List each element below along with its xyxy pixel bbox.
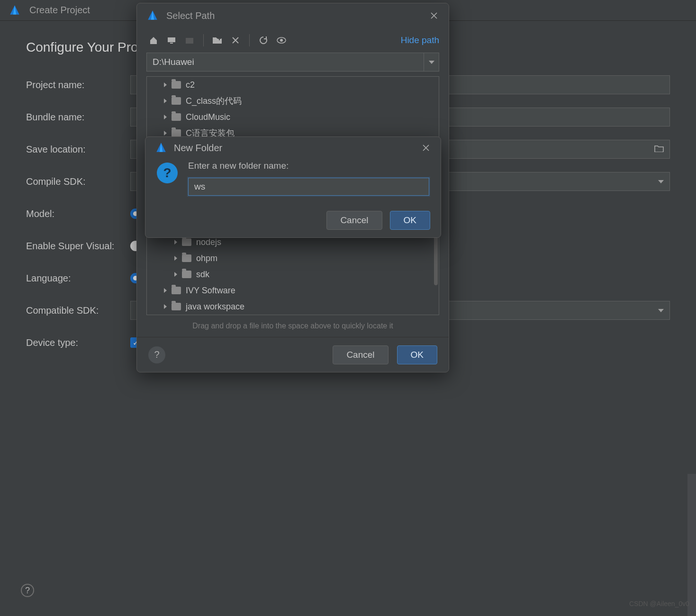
browse-folder-icon[interactable]	[654, 145, 664, 154]
separator	[203, 34, 204, 46]
close-icon[interactable]	[429, 10, 439, 21]
folder-icon	[172, 81, 181, 89]
new-folder-body: ? Enter a new folder name:	[145, 159, 441, 196]
close-icon[interactable]	[421, 143, 431, 153]
svg-rect-0	[168, 37, 175, 42]
tree-item[interactable]: C_class的代码	[147, 93, 439, 109]
new-folder-input[interactable]	[188, 178, 429, 196]
label-compile-sdk: Compile SDK:	[26, 176, 130, 187]
svg-rect-1	[170, 43, 173, 44]
tree-item-label: nodejs	[196, 237, 221, 247]
ok-button[interactable]: OK	[390, 211, 430, 230]
folder-icon	[182, 254, 191, 262]
new-folder-icon[interactable]	[210, 33, 225, 47]
tree-item-label: C_class的代码	[186, 95, 242, 107]
expand-arrow-icon[interactable]	[174, 272, 177, 277]
select-path-titlebar: Select Path	[137, 3, 449, 28]
svg-point-6	[280, 39, 283, 42]
new-folder-dialog: New Folder ? Enter a new folder name: Ca…	[145, 136, 441, 238]
cancel-button[interactable]: Cancel	[333, 345, 388, 364]
tree-item[interactable]: ohpm	[147, 250, 439, 266]
tree-item[interactable]: java workspace	[147, 299, 439, 315]
tree-item-label: CloudMusic	[186, 112, 230, 122]
separator	[249, 34, 250, 46]
tree-item[interactable]: c2	[147, 77, 439, 93]
folder-icon	[172, 113, 181, 121]
folder-icon	[182, 271, 191, 278]
label-project-name: Project name:	[26, 80, 130, 91]
path-input[interactable]: D:\Huawei	[146, 53, 424, 72]
expand-arrow-icon[interactable]	[164, 82, 167, 87]
new-folder-title: New Folder	[174, 143, 414, 154]
label-save-location: Save location:	[26, 144, 130, 155]
label-language: Language:	[26, 273, 130, 284]
new-folder-prompt: Enter a new folder name:	[188, 161, 429, 171]
help-icon[interactable]: ?	[21, 584, 34, 597]
expand-arrow-icon[interactable]	[164, 288, 167, 293]
label-device-type: Device type:	[26, 337, 130, 348]
new-folder-fields: Enter a new folder name:	[188, 161, 429, 196]
new-folder-titlebar: New Folder	[145, 137, 441, 159]
chevron-down-icon	[658, 309, 664, 312]
tree-item[interactable]: IVY Software	[147, 282, 439, 299]
path-value: D:\Huawei	[153, 57, 194, 67]
label-model: Model:	[26, 208, 130, 219]
tree-item-label: java workspace	[186, 302, 244, 312]
chevron-down-icon	[429, 61, 434, 64]
expand-arrow-icon[interactable]	[164, 99, 167, 103]
svg-rect-2	[186, 38, 193, 44]
tree-item-label: c2	[186, 80, 195, 90]
project-icon[interactable]	[182, 33, 197, 47]
app-logo-icon	[146, 9, 159, 22]
tree-item-label: ohpm	[196, 254, 217, 263]
chevron-down-icon	[658, 180, 664, 183]
folder-icon	[172, 129, 181, 137]
tree-item-label: IVY Software	[186, 286, 235, 296]
label-bundle-name: Bundle name:	[26, 112, 130, 123]
cancel-button[interactable]: Cancel	[326, 211, 382, 230]
path-dropdown-button[interactable]	[424, 53, 439, 72]
label-super-visual: Enable Super Visual:	[26, 241, 130, 252]
tree-item[interactable]: CloudMusic	[147, 109, 439, 125]
refresh-icon[interactable]	[256, 33, 271, 47]
footer-help: ?	[21, 584, 34, 597]
label-compatible-sdk: Compatible SDK:	[26, 305, 130, 316]
app-logo-icon	[9, 4, 21, 17]
vertical-scrollbar[interactable]	[687, 474, 696, 616]
app-logo-icon	[155, 142, 167, 154]
folder-icon	[172, 287, 181, 294]
create-project-title: Create Project	[29, 5, 90, 16]
new-folder-footer: Cancel OK	[326, 211, 430, 230]
tree-item-label: sdk	[196, 270, 209, 280]
hide-path-link[interactable]: Hide path	[401, 35, 439, 45]
expand-arrow-icon[interactable]	[164, 304, 167, 309]
ok-button[interactable]: OK	[397, 345, 437, 364]
help-icon[interactable]: ?	[148, 346, 165, 363]
select-path-footer: ? Cancel OK	[137, 337, 449, 372]
watermark: CSDN @Aileen_0v0	[629, 600, 689, 607]
expand-arrow-icon[interactable]	[164, 115, 167, 119]
expand-arrow-icon[interactable]	[174, 256, 177, 261]
expand-arrow-icon[interactable]	[164, 131, 167, 136]
folder-icon	[182, 238, 191, 246]
folder-icon	[172, 97, 181, 105]
select-path-title: Select Path	[166, 10, 421, 21]
folder-icon	[172, 303, 181, 310]
question-icon: ?	[157, 163, 178, 183]
select-path-toolbar: Hide path	[137, 28, 449, 53]
tree-item[interactable]: sdk	[147, 266, 439, 282]
home-icon[interactable]	[146, 33, 161, 47]
svg-rect-4	[217, 38, 221, 39]
tree-scrollbar[interactable]	[434, 233, 438, 285]
path-row: D:\Huawei	[137, 53, 449, 76]
drag-hint: Drag and drop a file into the space abov…	[137, 319, 449, 337]
expand-arrow-icon[interactable]	[174, 240, 177, 245]
delete-icon[interactable]	[228, 33, 243, 47]
desktop-icon[interactable]	[164, 33, 179, 47]
show-hidden-icon[interactable]	[274, 33, 289, 47]
